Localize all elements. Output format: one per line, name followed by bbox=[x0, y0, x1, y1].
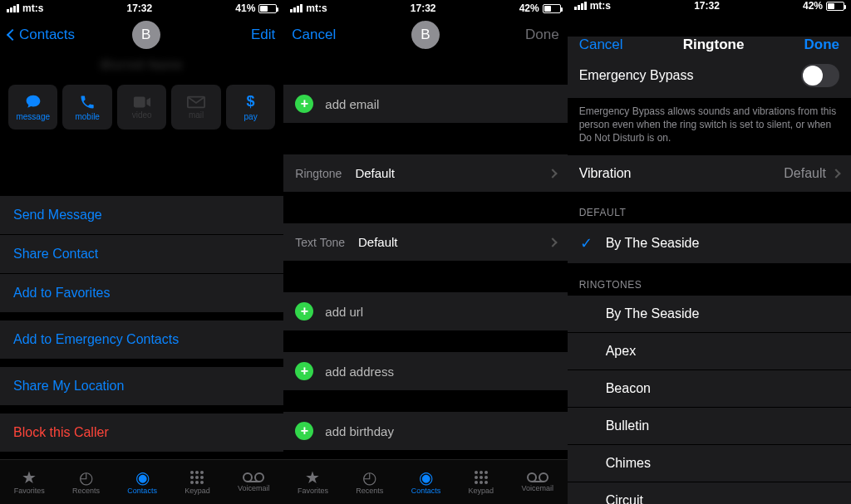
cancel-button[interactable]: Cancel bbox=[292, 27, 350, 43]
svg-point-6 bbox=[195, 476, 199, 479]
text-tone-row[interactable]: Text Tone Default bbox=[283, 223, 567, 261]
add-address-row[interactable]: + add address bbox=[283, 352, 567, 390]
tab-contacts-label: Contacts bbox=[127, 487, 157, 495]
star-icon: ★ bbox=[305, 469, 320, 486]
status-time: 17:32 bbox=[126, 2, 152, 14]
chevron-right-icon bbox=[831, 169, 840, 178]
ringtone-row[interactable]: Ringtone Default bbox=[283, 154, 567, 192]
svg-point-3 bbox=[195, 471, 199, 474]
vibration-label: Vibration bbox=[579, 166, 632, 181]
vibration-value: Default bbox=[784, 166, 826, 181]
nav-bar: Cancel B Done bbox=[283, 17, 567, 53]
tab-voicemail-label: Voicemail bbox=[521, 484, 553, 492]
ringtone-option[interactable]: By The Seaside bbox=[568, 296, 851, 333]
tab-recents[interactable]: ◴Recents bbox=[356, 469, 383, 495]
selected-ringtone-row[interactable]: ✓ By The Seaside bbox=[568, 223, 851, 264]
share-location-row[interactable]: Share My Location bbox=[0, 367, 283, 405]
edit-button[interactable]: Edit bbox=[217, 27, 275, 43]
add-emergency-row[interactable]: Add to Emergency Contacts bbox=[0, 321, 283, 359]
cancel-button[interactable]: Cancel bbox=[579, 37, 623, 53]
selected-ringtone-label: By The Seaside bbox=[606, 236, 700, 251]
tab-keypad[interactable]: Keypad bbox=[184, 469, 210, 495]
add-birthday-row[interactable]: + add birthday bbox=[283, 412, 567, 450]
tab-recents-label: Recents bbox=[356, 487, 383, 495]
signal-icon bbox=[290, 4, 303, 12]
tab-bar: ★Favorites ◴Recents ◉Contacts Keypad Voi… bbox=[0, 459, 283, 504]
message-icon bbox=[24, 94, 42, 110]
back-label: Contacts bbox=[19, 27, 75, 43]
text-tone-label: Text Tone bbox=[295, 236, 345, 249]
emergency-bypass-row[interactable]: Emergency Bypass bbox=[568, 53, 851, 98]
svg-rect-0 bbox=[134, 96, 145, 107]
emergency-bypass-toggle[interactable] bbox=[801, 64, 839, 87]
battery-percentage: 42% bbox=[519, 2, 539, 14]
plus-icon: + bbox=[295, 422, 313, 440]
chevron-right-icon bbox=[548, 169, 557, 178]
ringtone-option[interactable]: Circuit bbox=[568, 482, 851, 504]
contact-actions-group-3: Share My Location bbox=[0, 367, 283, 405]
chevron-left-icon bbox=[7, 29, 18, 41]
done-button[interactable]: Done bbox=[804, 37, 839, 53]
tab-keypad[interactable]: Keypad bbox=[469, 469, 494, 495]
plus-icon: + bbox=[295, 95, 313, 113]
share-contact-row[interactable]: Share Contact bbox=[0, 235, 283, 274]
video-button[interactable]: video bbox=[117, 85, 166, 130]
tab-contacts[interactable]: ◉Contacts bbox=[411, 469, 441, 495]
modal-nav-bar: Cancel Ringtone Done bbox=[568, 37, 851, 53]
ringtone-option[interactable]: Bulletin bbox=[568, 408, 851, 445]
signal-icon bbox=[7, 4, 19, 12]
carrier-label: mt:s bbox=[590, 0, 611, 12]
battery-icon bbox=[826, 2, 844, 11]
tab-contacts[interactable]: ◉Contacts bbox=[127, 469, 157, 495]
add-email-row[interactable]: + add email bbox=[283, 85, 567, 123]
mail-button[interactable]: mail bbox=[171, 85, 220, 130]
back-button[interactable]: Contacts bbox=[8, 27, 75, 43]
check-icon: ✓ bbox=[579, 234, 594, 252]
contact-action-row: message mobile video mail $ pay bbox=[0, 80, 283, 138]
contact-icon: ◉ bbox=[135, 469, 150, 486]
svg-point-18 bbox=[480, 476, 483, 479]
svg-point-8 bbox=[190, 481, 194, 484]
add-favorites-row[interactable]: Add to Favorites bbox=[0, 274, 283, 312]
svg-point-14 bbox=[475, 471, 478, 474]
add-email-label: add email bbox=[325, 97, 379, 111]
tab-recents-label: Recents bbox=[72, 487, 100, 495]
voicemail-icon bbox=[527, 472, 548, 483]
tab-favorites-label: Favorites bbox=[14, 487, 45, 495]
svg-point-11 bbox=[243, 473, 252, 482]
star-icon: ★ bbox=[22, 469, 37, 486]
ringtone-option[interactable]: Chimes bbox=[568, 445, 851, 482]
contact-actions-group-1: Send Message Share Contact Add to Favori… bbox=[0, 196, 283, 312]
block-caller-row[interactable]: Block this Caller bbox=[0, 413, 283, 452]
keypad-icon bbox=[473, 469, 489, 486]
add-url-row[interactable]: + add url bbox=[283, 292, 567, 330]
avatar[interactable]: B bbox=[132, 21, 160, 49]
tab-favorites[interactable]: ★Favorites bbox=[298, 469, 328, 495]
tab-keypad-label: Keypad bbox=[184, 487, 210, 495]
tab-recents[interactable]: ◴Recents bbox=[72, 469, 100, 495]
ringtone-option[interactable]: Beacon bbox=[568, 370, 851, 408]
done-button[interactable]: Done bbox=[501, 27, 559, 43]
pay-icon: $ bbox=[247, 93, 255, 110]
tab-favorites[interactable]: ★Favorites bbox=[14, 469, 45, 495]
tab-voicemail[interactable]: Voicemail bbox=[238, 472, 270, 492]
text-tone-value: Default bbox=[358, 235, 398, 249]
message-button[interactable]: message bbox=[8, 85, 57, 130]
keypad-icon bbox=[189, 469, 205, 486]
vibration-row[interactable]: Vibration Default bbox=[568, 155, 851, 192]
contact-icon: ◉ bbox=[419, 469, 433, 486]
contact-actions-group-4: Block this Caller bbox=[0, 413, 283, 452]
ringtone-option[interactable]: Apex bbox=[568, 333, 851, 370]
tab-voicemail[interactable]: Voicemail bbox=[521, 472, 553, 492]
carrier-label: mt:s bbox=[22, 2, 43, 14]
mobile-button[interactable]: mobile bbox=[62, 85, 111, 130]
pay-button[interactable]: $ pay bbox=[226, 85, 275, 130]
default-section-header: Default bbox=[568, 192, 851, 223]
mail-icon bbox=[187, 95, 205, 109]
ringtones-section-header: Ringtones bbox=[568, 264, 851, 296]
avatar[interactable]: B bbox=[411, 21, 440, 49]
status-bar: mt:s 17:32 42% bbox=[283, 0, 567, 17]
emergency-bypass-description: Emergency Bypass allows sounds and vibra… bbox=[568, 98, 851, 155]
send-message-row[interactable]: Send Message bbox=[0, 196, 283, 235]
message-label: message bbox=[16, 112, 50, 121]
